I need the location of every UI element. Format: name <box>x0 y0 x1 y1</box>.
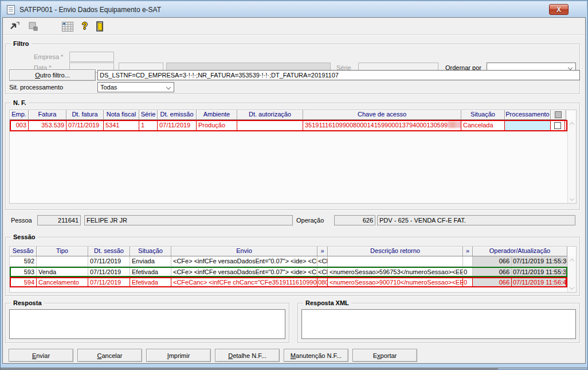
empresa-field <box>69 52 114 62</box>
sessao-cell-dt: 07/11/2019 <box>88 268 130 276</box>
sessao-cell-operador: 066 <box>473 256 512 266</box>
sit-processamento-combo[interactable]: Todas <box>97 82 174 92</box>
sessao-cell-envio: <CFe> <infCFe versaoDadosEnt="0.07"> <id… <box>171 256 317 266</box>
nf-cell-ambiente: Produção <box>197 121 237 130</box>
label-rest: mprimir <box>169 352 190 359</box>
col-header-ambiente: Ambiente <box>197 110 237 120</box>
pessoa-label: Pessoa <box>11 215 32 225</box>
manutencao-nf-button[interactable]: Manutenção N.F... <box>284 349 348 362</box>
scroll-up-icon[interactable] <box>570 259 574 263</box>
detalhe-nf-button[interactable]: Detalhe N.F... <box>215 349 280 362</box>
grid-icon[interactable] <box>60 20 75 33</box>
nf-cell-nota-fiscal: 5341 <box>104 121 139 130</box>
nf-grid: Emp. Fatura Dt. fatura Nota fiscal Série… <box>9 110 577 204</box>
sessao-cell-descricao-more <box>463 256 473 266</box>
operacao-codigo-field: 626 <box>334 215 375 225</box>
sessao-group-title: Sessão <box>11 233 38 241</box>
label-rest: nviar <box>36 352 50 359</box>
pessoa-codigo-field: 211641 <box>37 215 81 225</box>
row-checkbox[interactable] <box>554 122 561 129</box>
confirm-icon[interactable] <box>7 20 22 33</box>
sessao-vscrollbar[interactable] <box>567 256 576 292</box>
col-header-nota-fiscal: Nota fiscal <box>104 110 139 120</box>
document-icon <box>7 5 15 14</box>
chevron-down-icon <box>166 85 171 89</box>
outro-filtro-accel: O <box>35 72 40 79</box>
window-shadow-edge <box>1 368 498 369</box>
close-button[interactable]: X <box>549 4 569 15</box>
operacao-label: Operação <box>296 215 324 225</box>
help-icon[interactable]: ? <box>77 20 92 33</box>
sessao-cell-operador: 066 <box>473 278 512 286</box>
select-all-checkbox[interactable] <box>555 111 562 118</box>
outro-filtro-rest: utro filtro... <box>40 72 70 79</box>
col-header-dt-autorizacao: Dt. autorização <box>237 110 303 120</box>
imprimir-button[interactable]: Imprimir <box>146 349 211 362</box>
nf-cell-situacao: Cancelada <box>461 121 505 130</box>
nf-cell-dt-fatura: 07/11/2019 <box>66 121 104 130</box>
chave-digits: 3519111610990080001415990001379400013059… <box>305 122 448 128</box>
calendar-grid-icon <box>62 22 73 32</box>
resposta-xml-textarea[interactable] <box>301 309 576 339</box>
nf-cell-dt-autorizacao <box>237 121 303 130</box>
sessao-cell-numero: 592 <box>10 256 37 266</box>
label-pre: E <box>373 352 377 359</box>
sessao-cell-descricao <box>328 256 463 266</box>
col-header-operador: Operador/Atualização <box>473 247 567 256</box>
sessao-cell-envio-more: 080 <box>317 278 328 286</box>
scroll-down-icon[interactable] <box>570 285 574 290</box>
sessao-row-1[interactable]: 592 07/11/2019 Enviada <CFe> <infCFe ver… <box>10 256 567 267</box>
nf-group-title: N. F. <box>11 99 29 107</box>
operacao-descricao-field: PDV - 625 - VENDA CF-E FAT. <box>377 215 575 225</box>
col-header-situacao: Situação <box>461 110 505 120</box>
col-header-situacao-sessao: Situação <box>130 247 171 256</box>
nf-grid-header: Emp. Fatura Dt. fatura Nota fiscal Série… <box>10 110 576 120</box>
label-rest: ancelar <box>101 352 122 359</box>
col-header-tipo: Tipo <box>37 247 88 256</box>
sessao-cell-numero: 593 <box>11 268 37 276</box>
sessao-cell-envio: <CFeCanc> <infCFe chCanc="CFe35191116109… <box>171 278 317 286</box>
resposta-group-title: Resposta <box>11 299 44 307</box>
sessao-cell-tipo: Cancelamento <box>37 278 88 286</box>
sessao-cell-tipo: Venda <box>37 268 88 276</box>
cancelar-button[interactable]: Cancelar <box>77 349 142 362</box>
sessao-cell-tipo <box>37 256 88 266</box>
resposta-textarea[interactable] <box>9 309 285 339</box>
sessao-cell-situacao: Efetivada <box>130 268 171 276</box>
cascade-icon[interactable] <box>26 20 41 33</box>
filtro-expression-input[interactable] <box>97 70 580 80</box>
label-rest: portar <box>381 352 397 359</box>
resposta-xml-group-title: Resposta XML <box>303 299 351 307</box>
exportar-button[interactable]: Exportar <box>352 349 417 362</box>
chave-redacted <box>448 122 461 128</box>
label-accel: E <box>32 352 36 359</box>
sessao-row-3[interactable]: 594 Cancelamento 07/11/2019 Efetivada <C… <box>10 277 567 287</box>
sit-processamento-label: Sit. processamento <box>9 82 63 92</box>
question-mark-icon: ? <box>82 21 88 32</box>
col-header-dt-emissao: Dt. emissão <box>158 110 197 120</box>
nf-table-row[interactable]: 003 353.539 07/11/2019 5341 1 07/11/2019… <box>10 120 567 131</box>
scroll-down-icon[interactable] <box>570 196 574 201</box>
sessao-cell-envio: <CFe> <infCFe versaoDadosEnt="0.07"> <id… <box>171 268 317 276</box>
col-header-dt-sessao: Dt. sessão <box>88 247 130 256</box>
pessoa-nome-field: FELIPE JR JR <box>84 215 293 225</box>
col-header-dt-fatura: Dt. fatura <box>66 110 104 120</box>
sessao-cell-descricao-more: 0 <box>463 268 473 276</box>
enviar-button[interactable]: Enviar <box>9 349 73 362</box>
label-accel: C <box>97 352 101 359</box>
exit-icon[interactable] <box>93 20 108 33</box>
titlebar: SATFP001 - Envio Dados Equipamento e-SAT <box>2 2 586 17</box>
sessao-cell-numero: 594 <box>11 278 37 286</box>
window: SATFP001 - Envio Dados Equipamento e-SAT… <box>0 0 588 370</box>
nf-cell-processamento <box>505 121 551 130</box>
sessao-cell-atualizacao: 07/11/2019 11:55:39 <box>512 268 566 276</box>
sessao-row-2[interactable]: 593 Venda 07/11/2019 Efetivada <CFe> <in… <box>10 267 567 277</box>
nf-cell-select <box>551 121 565 130</box>
scroll-up-icon[interactable] <box>570 122 574 127</box>
sessao-cell-descricao: <numeroSessao>900710</numeroSessao><EEEE… <box>328 278 463 286</box>
col-header-descricao-more: » <box>463 247 473 256</box>
outro-filtro-button[interactable]: Outro filtro... <box>9 69 96 81</box>
nf-cell-chave: 3519111610990080001415990001379400013059… <box>303 121 461 130</box>
nf-vscrollbar[interactable] <box>567 120 576 203</box>
nf-cell-dt-emissao: 07/11/2019 <box>158 121 197 130</box>
